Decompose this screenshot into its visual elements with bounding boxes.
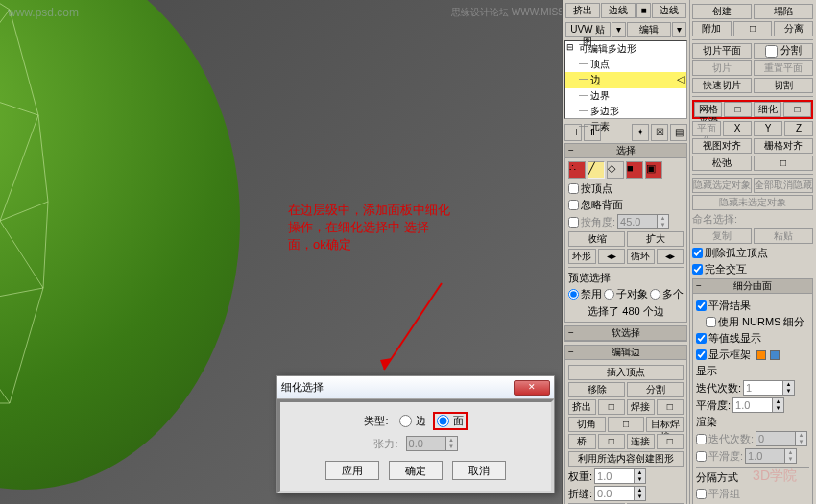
uvw-btn[interactable]: UVW 贴图 [565, 22, 611, 37]
connect-button[interactable]: 连接 [627, 434, 655, 449]
tessellate-button[interactable]: 细化 [754, 102, 781, 117]
subobj-element-icon[interactable]: ▣ [645, 161, 662, 179]
cage-color-2[interactable] [770, 350, 780, 360]
rollout-soft-header[interactable]: 软选择 [565, 326, 686, 341]
copy-button[interactable]: 复制 [692, 228, 752, 244]
relax-opt[interactable]: □ [754, 156, 813, 171]
attach-opt[interactable]: □ [733, 21, 773, 36]
r-iter-check[interactable] [696, 434, 707, 444]
stack-edge[interactable]: 边◁ [565, 72, 686, 88]
tessellate-opt[interactable]: □ [783, 102, 811, 117]
chamfer-button[interactable]: 切角 [568, 417, 606, 432]
create-shape-button[interactable]: 利用所选内容创建图形 [568, 451, 684, 467]
stack-poly[interactable]: 多边形 [565, 104, 686, 119]
top-btn-1[interactable]: 挤出 [565, 3, 600, 18]
split-button[interactable]: 分割 [627, 382, 684, 397]
preview-sub-radio[interactable] [604, 289, 614, 300]
y-button[interactable]: Y [754, 121, 782, 136]
target-weld-button[interactable]: 目标焊接 [646, 417, 684, 432]
uvw-s2[interactable]: 编辑 [627, 22, 672, 37]
by-vertex-check[interactable] [568, 183, 579, 194]
remove-button[interactable]: 移除 [568, 382, 625, 397]
stack-border[interactable]: 边界 [565, 88, 686, 104]
connect-opt[interactable]: □ [657, 434, 684, 449]
smooth-spinner[interactable]: 1.0▲▼ [732, 397, 784, 413]
radio-face[interactable]: 面 [433, 412, 468, 430]
split2-button[interactable]: 分割 [754, 43, 813, 59]
msmooth-button[interactable]: 网格平滑 [694, 102, 722, 117]
preview-multi-radio[interactable] [650, 289, 660, 300]
paste-button[interactable]: 粘贴 [754, 228, 813, 244]
modifier-stack[interactable]: 可编辑多边形 顶点 边◁ 边界 多边形 元素 [564, 40, 687, 119]
uvw-s1[interactable]: ▾ [612, 22, 626, 37]
hide-unsel-button[interactable]: 隐藏未选定对象 [692, 195, 813, 210]
iter-spinner[interactable]: 1▲▼ [743, 380, 795, 396]
apply-button[interactable]: 应用 [325, 461, 379, 480]
ignore-backface-check[interactable] [568, 200, 579, 210]
use-nurms-check[interactable] [706, 317, 716, 327]
weld-button[interactable]: 焊接 [627, 399, 655, 415]
weld-opt[interactable]: □ [657, 399, 684, 415]
top-btn-2[interactable]: 边线 [601, 3, 636, 18]
cut-button[interactable]: 切割 [754, 78, 813, 93]
del-iso-check[interactable] [692, 248, 703, 258]
x-button[interactable]: X [723, 121, 752, 136]
chamfer-opt[interactable]: □ [608, 417, 645, 432]
view-align-button[interactable]: 视图对齐 [692, 138, 752, 154]
stack-element[interactable]: 元素 [565, 119, 686, 134]
slice-plane-button[interactable]: 切片平面 [692, 43, 752, 59]
relax-button[interactable]: 松弛 [692, 156, 752, 171]
rollout-subdiv-header[interactable]: 细分曲面 [693, 279, 812, 294]
rollout-selection-header[interactable]: 选择 [565, 144, 686, 158]
grid-align-button[interactable]: 栅格对齐 [754, 138, 813, 154]
insert-vertex-button[interactable]: 插入顶点 [568, 365, 684, 380]
bridge-button[interactable]: 桥 [568, 434, 596, 449]
by-angle-check[interactable] [568, 217, 579, 228]
ring-spin[interactable]: ◂▸ [598, 249, 626, 264]
planarize-button[interactable]: 平面化 [692, 121, 721, 136]
extrude-button[interactable]: 挤出 [568, 399, 596, 415]
hide-sel-button[interactable]: 隐藏选定对象 [692, 178, 752, 193]
cage-color-1[interactable] [756, 350, 766, 360]
preview-off-radio[interactable] [568, 289, 579, 300]
subobj-poly-icon[interactable]: ■ [626, 161, 643, 179]
msmooth-opt[interactable]: □ [724, 102, 752, 117]
unhide-all-button[interactable]: 全部取消隐藏 [754, 178, 813, 193]
crease-spinner[interactable]: 0.0▲▼ [594, 486, 646, 501]
ok-button[interactable]: 确定 [389, 461, 443, 480]
loop-spin[interactable]: ◂▸ [657, 249, 684, 264]
loop-button[interactable]: 循环 [627, 249, 655, 264]
extrude-opt[interactable]: □ [598, 399, 626, 415]
attach-button[interactable]: 附加 [692, 21, 732, 36]
quickslice-button[interactable]: 快速切片 [692, 78, 752, 93]
full-inter-check[interactable] [692, 264, 703, 275]
detach-button[interactable]: 分离 [774, 21, 813, 36]
z-button[interactable]: Z [784, 121, 813, 136]
subobj-border-icon[interactable]: ◇ [607, 161, 624, 179]
weight-spinner[interactable]: 1.0▲▼ [594, 468, 646, 484]
close-icon[interactable]: ✕ [514, 380, 550, 396]
uvw-s3[interactable]: ▾ [672, 22, 686, 37]
top-btn-4[interactable]: 边线 [652, 3, 686, 18]
iso-display-check[interactable] [696, 333, 707, 344]
smooth-result-check[interactable] [696, 300, 707, 311]
create-button[interactable]: 创建 [692, 4, 752, 19]
bridge-opt[interactable]: □ [598, 434, 626, 449]
subobj-edge-icon[interactable]: ╱ [588, 161, 605, 179]
smooth-groups-check[interactable] [696, 489, 707, 499]
show-cage-check[interactable] [696, 349, 707, 360]
top-btn-3[interactable]: ■ [636, 3, 651, 18]
subobj-vertex-icon[interactable]: ∴ [568, 161, 586, 179]
collapse-button[interactable]: 塌陷 [754, 4, 813, 19]
r-smooth-check[interactable] [696, 451, 707, 462]
cancel-button[interactable]: 取消 [452, 461, 506, 480]
rollout-edit-header[interactable]: 编辑边 [565, 346, 686, 360]
radio-edge[interactable]: 边 [396, 413, 429, 429]
ring-button[interactable]: 环形 [568, 249, 596, 264]
stack-root[interactable]: 可编辑多边形 [565, 41, 686, 57]
shrink-button[interactable]: 收缩 [568, 231, 625, 247]
dialog-titlebar[interactable]: 细化选择 ✕ [277, 376, 554, 399]
grow-button[interactable]: 扩大 [627, 231, 684, 247]
modifier-panel: 挤出 边线 ■ 边线 UVW 贴图 ▾ 编辑 ▾ 可编辑多边形 顶点 边◁ 边界… [563, 0, 690, 504]
stack-vertex[interactable]: 顶点 [565, 57, 686, 72]
